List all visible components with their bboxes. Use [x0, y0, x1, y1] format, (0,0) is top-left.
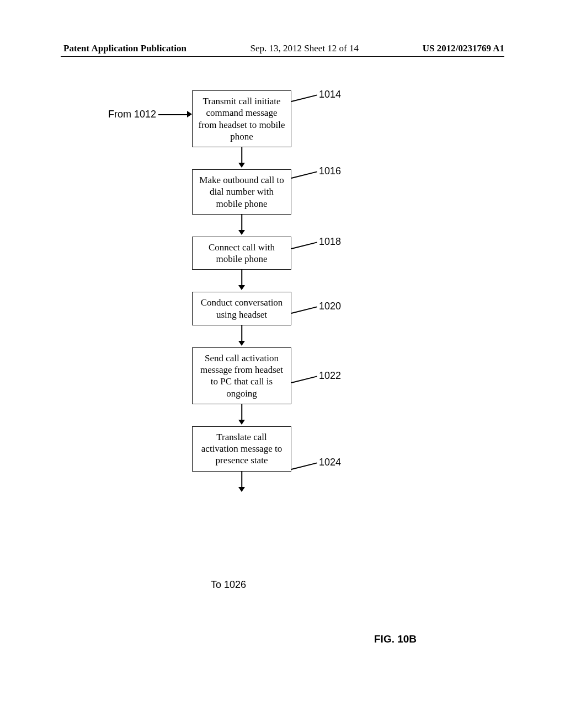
- flow-box-1024: Translate call activation message to pre…: [192, 426, 291, 472]
- flow-box-1014: Transmit call initiate command message f…: [192, 90, 291, 147]
- ref-leader-line: [291, 376, 317, 383]
- figure-label: FIG. 10B: [374, 633, 417, 645]
- flow-box-text: Transmit call initiate command message f…: [198, 96, 285, 142]
- ref-leader-line: [291, 94, 317, 101]
- to-label: To 1026: [211, 579, 246, 591]
- from-arrow-head-icon: [187, 111, 192, 117]
- flow-box-1016: Make outbound call to dial number with m…: [192, 169, 291, 215]
- ref-leader-line: [291, 242, 317, 249]
- ref-number: 1016: [319, 165, 341, 177]
- ref-number: 1022: [319, 370, 341, 382]
- ref-number: 1018: [319, 236, 341, 248]
- flow-box-text: Send call activation message from headse…: [200, 353, 283, 399]
- ref-leader-line: [291, 171, 317, 178]
- header-divider: [61, 56, 504, 57]
- from-arrow-line: [158, 114, 188, 115]
- ref-number: 1024: [319, 457, 341, 468]
- flow-box-text: Translate call activation message to pre…: [201, 432, 282, 466]
- arrow-down-icon: [192, 325, 291, 347]
- flow-box-text: Conduct conversation using headset: [201, 297, 283, 319]
- arrow-down-icon: [192, 472, 291, 494]
- flow-box-1018: Connect call with mobile phone: [192, 237, 291, 270]
- flow-box-1020: Conduct conversation using headset: [192, 292, 291, 325]
- arrow-down-icon: [192, 215, 291, 237]
- flow-box-1022: Send call activation message from headse…: [192, 347, 291, 404]
- arrow-down-icon: [192, 270, 291, 292]
- page-header: Patent Application Publication Sep. 13, …: [0, 43, 565, 54]
- ref-leader-line: [291, 462, 317, 469]
- doc-number-label: US 2012/0231769 A1: [423, 43, 504, 54]
- ref-number: 1020: [319, 301, 341, 312]
- date-sheet-label: Sep. 13, 2012 Sheet 12 of 14: [250, 43, 359, 54]
- ref-leader-line: [291, 306, 317, 313]
- arrow-down-icon: [192, 404, 291, 426]
- flow-box-text: Connect call with mobile phone: [209, 242, 275, 264]
- publication-label: Patent Application Publication: [63, 43, 186, 54]
- flowchart-column: Transmit call initiate command message f…: [192, 90, 291, 494]
- arrow-down-icon: [192, 147, 291, 169]
- from-label: From 1012: [108, 109, 156, 120]
- ref-number: 1014: [319, 89, 341, 100]
- flow-box-text: Make outbound call to dial number with m…: [199, 175, 284, 209]
